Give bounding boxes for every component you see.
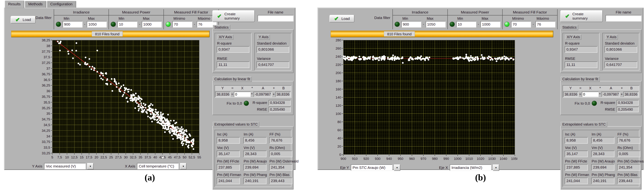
fill-factor-led[interactable] — [166, 22, 171, 27]
fill-factor-min-input[interactable] — [172, 21, 192, 27]
svg-text:1000: 1000 — [454, 157, 462, 161]
stc-values-grid: Isc (A)8,958 Im (A)8,456 FF (%)76,676 Vo… — [214, 130, 292, 187]
svg-text:20: 20 — [338, 145, 341, 148]
svg-text:50: 50 — [183, 155, 186, 159]
fill-factor-min-input[interactable] — [511, 21, 531, 27]
variance-value: 0,641707 — [256, 61, 289, 68]
eq-x-input[interactable] — [582, 92, 599, 97]
measured-power-min-input[interactable] — [118, 21, 137, 27]
chevron-down-icon[interactable]: ▼ — [87, 163, 94, 170]
svg-text:52,5: 52,5 — [188, 155, 195, 159]
y-axis-selector-label: Y Axis — [32, 164, 42, 168]
eq-head-a: A — [602, 86, 620, 91]
file-name-input[interactable] — [606, 15, 642, 21]
vm-label: Vm (V) — [592, 146, 615, 150]
svg-text:180: 180 — [336, 79, 341, 83]
stc-values-grid: Isc (A)8,958 Im (A)8,456 FF (%)76,676 Vo… — [562, 130, 639, 187]
measured-power-led[interactable] — [111, 22, 116, 27]
panel-a: Results Methods Configuration ✔ Load Dat… — [4, 1, 295, 183]
chevron-down-icon[interactable]: ▼ — [493, 165, 499, 171]
files-progress-bar: 810 Files found — [11, 30, 210, 37]
statistics-group-label: Statistics — [561, 25, 578, 30]
tab-results[interactable]: Results — [5, 0, 24, 8]
svg-text:37,75: 37,75 — [42, 50, 50, 53]
irradiance-led[interactable] — [394, 22, 400, 27]
min-label: Min — [402, 16, 421, 21]
eq-head-equals: = — [230, 86, 234, 91]
statistics-group: X/Y Axis R-square 0,9347 RMSE 11,11 Y Ax… — [212, 29, 294, 73]
stc-group-label: Extrapolated values to STC — [213, 122, 259, 127]
svg-text:36,25: 36,25 — [42, 83, 50, 87]
load-button-label: Load — [342, 16, 350, 21]
pm-ffcte-label: Pm (W) FFcte — [565, 159, 589, 163]
pm-araujo-label: Pm (W) Araujo — [244, 159, 267, 163]
filter-irradiance: Irradiance Min - Max — [54, 9, 109, 29]
tab-methods[interactable]: Methods — [25, 1, 46, 8]
chevron-down-icon[interactable]: ▼ — [394, 165, 400, 171]
pm-blas-label: Pm (W) Blas — [270, 173, 298, 177]
measured-power-min-input[interactable] — [456, 21, 476, 27]
svg-text:1020: 1020 — [477, 157, 484, 161]
chevron-down-icon[interactable]: ▼ — [180, 163, 186, 170]
create-summary-button[interactable]: ✔ Create summary — [560, 10, 603, 22]
eq-head-multiply: * — [250, 86, 254, 91]
equation-values: 38,8336 = * -0,097987 + 38,8336 — [563, 91, 639, 97]
file-name-label: File name — [616, 10, 631, 14]
linear-fit-group-label: Calculation by linear fit — [561, 77, 600, 82]
y-axis-selector-value[interactable]: Pm STC Araujo (W) — [351, 165, 392, 171]
tab-configuration[interactable]: Configuration — [47, 1, 76, 8]
svg-text:33,75: 33,75 — [42, 140, 50, 144]
eq-x-input[interactable] — [234, 92, 251, 97]
y-axis-stats: Y Axis Standard deviation 0,801066 Varia… — [254, 33, 292, 70]
fill-factor-led[interactable] — [504, 22, 510, 27]
x-axis-selector-value[interactable]: Cell temperature (°C) — [137, 163, 178, 170]
fit-r-square-value: 0,934328 — [269, 100, 291, 106]
x-axis-selector-value[interactable]: Irradiancia (W/m2) — [450, 165, 491, 171]
irradiance-max-input[interactable] — [87, 21, 107, 27]
statistics-group-label: Statistics — [213, 25, 230, 30]
rs-label: Rs (Ohm) — [270, 146, 298, 150]
pm-araujo-value: 239,694 — [591, 164, 614, 171]
measured-power-max-input[interactable] — [142, 21, 162, 27]
min-label: Min — [64, 16, 82, 21]
ff-label: FF (%) — [270, 132, 298, 136]
fix-to-00-led[interactable] — [244, 101, 249, 106]
svg-text:280: 280 — [336, 38, 341, 42]
voc-label: Voc (V) — [565, 146, 589, 150]
xy-axis-stats: X/Y Axis R-square 0,9347 RMSE 11,11 — [214, 33, 252, 70]
svg-text:15: 15 — [80, 155, 84, 159]
svg-text:37,25: 37,25 — [42, 61, 50, 65]
measured-power-led[interactable] — [450, 22, 455, 27]
eq-head-y: Y — [563, 86, 578, 91]
range-dash: - — [423, 22, 424, 26]
file-name-input[interactable] — [258, 15, 294, 21]
load-button[interactable]: ✔ Load — [330, 15, 354, 22]
equals-sign: = — [230, 92, 234, 96]
equals-sign: = — [578, 92, 582, 96]
r-square-value: 0,9347 — [217, 46, 250, 53]
fit-rmse-value: 0,205490 — [616, 107, 639, 112]
fix-to-00-led[interactable] — [592, 101, 597, 106]
vm-value: 28,343 — [591, 151, 614, 157]
irradiance-min-input[interactable] — [62, 21, 82, 27]
fill-factor-max-input[interactable] — [536, 21, 556, 27]
svg-text:120: 120 — [336, 104, 341, 107]
irradiance-led[interactable] — [56, 22, 61, 27]
load-button[interactable]: ✔ Load — [11, 16, 36, 23]
irradiance-max-input[interactable] — [426, 21, 446, 27]
create-summary-button[interactable]: ✔ Create summary — [212, 10, 255, 22]
svg-text:35,25: 35,25 — [42, 106, 50, 110]
eq-head-y: Y — [215, 86, 230, 91]
pm-phang-value: 240,191 — [243, 178, 266, 184]
filter-measured-power: Measured Power Min - Max — [448, 9, 502, 29]
filter-irradiance: Irradiance Min - Max — [392, 9, 448, 29]
xy-axis-header: X/Y Axis — [218, 35, 234, 40]
ff-value: 76,676 — [269, 137, 292, 144]
stc-group: Isc (A)8,958 Im (A)8,456 FF (%)76,676 Vo… — [212, 126, 294, 190]
irradiance-min-input[interactable] — [401, 21, 421, 27]
vm-label: Vm (V) — [244, 146, 267, 150]
pm-firman-value: 241,044 — [565, 178, 588, 184]
y-axis-selector-value[interactable]: Voc measured (V) — [44, 163, 86, 170]
measured-power-max-input[interactable] — [480, 21, 500, 27]
r-square-label: R-square — [565, 41, 598, 45]
